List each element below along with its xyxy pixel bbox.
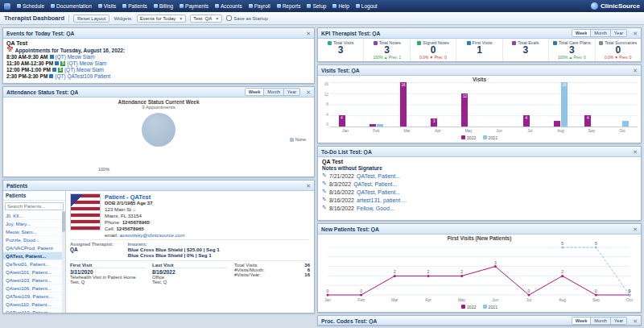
- bar[interactable]: 16: [400, 82, 407, 127]
- save-startup-checkbox-input[interactable]: [226, 15, 232, 21]
- menu-item[interactable]: Logout: [353, 2, 381, 10]
- event-row: 2:30 PM-3:30 PM (QT) QATest109 Patient: [6, 73, 311, 79]
- bar[interactable]: 3: [431, 118, 437, 127]
- tab-month[interactable]: Month: [264, 89, 284, 95]
- visits-panel-header[interactable]: Visits Test: QA ✕: [318, 65, 641, 76]
- menu-item[interactable]: Help: [329, 2, 352, 10]
- scrollbar-thumb[interactable]: [62, 211, 65, 232]
- pie-chart[interactable]: [142, 113, 175, 147]
- patient-list-item[interactable]: QAtest103, Patient...: [3, 276, 65, 284]
- close-icon[interactable]: ✕: [633, 68, 638, 73]
- todo-item-link[interactable]: QATest, Patient...: [353, 181, 397, 187]
- bar[interactable]: 4: [523, 115, 530, 127]
- event-type-icon: [55, 61, 59, 65]
- menu-item[interactable]: Documentation: [47, 2, 95, 10]
- save-startup-checkbox[interactable]: Save as Startup: [226, 15, 268, 21]
- pencil-icon[interactable]: ✎: [322, 181, 327, 187]
- menu-item[interactable]: Payments: [176, 2, 212, 10]
- close-icon[interactable]: ✕: [633, 149, 638, 155]
- kpi-panel-header[interactable]: KPI Therapist Test: QA Week Month Year ✕: [318, 28, 641, 39]
- pencil-icon[interactable]: ✎: [322, 205, 327, 211]
- proc-codes-panel-header[interactable]: Proc. Codes Test: QA Week Month Year ✕: [318, 316, 641, 326]
- patient-list-item[interactable]: QAtest110, Patient...: [3, 301, 65, 309]
- menu-item[interactable]: Patients: [119, 2, 151, 10]
- patient-list-item[interactable]: QAtest101, Patient...: [3, 268, 65, 276]
- tab-year[interactable]: Year: [284, 89, 299, 95]
- patient-list-item[interactable]: QA/VACProd, Patient: [3, 244, 65, 252]
- menu-item[interactable]: Setup: [303, 2, 329, 10]
- close-icon[interactable]: ✕: [306, 183, 311, 189]
- tab-year[interactable]: Year: [611, 318, 626, 324]
- close-icon[interactable]: ✕: [633, 31, 638, 36]
- pencil-icon[interactable]: ✎: [322, 172, 327, 179]
- patient-list-item[interactable]: Puzzle, Dood...: [3, 236, 65, 244]
- therapist-dropdown[interactable]: Test: QA▼: [190, 15, 222, 23]
- patient-list-item[interactable]: QaTest01, Patient...: [3, 260, 65, 268]
- new-patients-panel-header[interactable]: New Patients Test: QA ✕: [318, 224, 641, 235]
- scrollbar[interactable]: [62, 211, 65, 313]
- close-icon[interactable]: ✕: [306, 31, 311, 36]
- patient-list-item[interactable]: QATest, Patient...: [3, 252, 65, 260]
- attendance-panel-header[interactable]: Attendance Status Test: QA Week Month Ye…: [3, 87, 314, 98]
- patient-phone: Phone:1245678965: [105, 219, 184, 225]
- brand-logo-icon: [591, 2, 598, 10]
- bar[interactable]: [377, 124, 383, 127]
- bar[interactable]: [622, 121, 629, 127]
- event-patient-link[interactable]: (QT) Meow Siam: [56, 54, 95, 60]
- event-patient-link[interactable]: (QT) QATest109 Patient: [55, 73, 110, 79]
- svg-text:3: 3: [494, 260, 497, 265]
- todo-item-link[interactable]: QATest, Patient...: [357, 173, 400, 179]
- bar[interactable]: [554, 121, 560, 127]
- patient-list-item[interactable]: Meow, Siam...: [3, 228, 65, 236]
- patients-panel: Patients ✕ Patients Jll, Kll... Joy, Mar…: [2, 180, 315, 313]
- widgets-dropdown[interactable]: Events for Today▼: [137, 15, 187, 23]
- close-icon[interactable]: ✕: [306, 89, 311, 95]
- kpi-tabset: Week Month Year: [572, 29, 627, 37]
- bar[interactable]: 4: [584, 115, 591, 127]
- events-panel-header[interactable]: Events for Today Test: QA ✕: [3, 28, 314, 39]
- tab-week[interactable]: Week: [572, 318, 592, 324]
- todo-item-link[interactable]: artest131, patient ...: [357, 197, 407, 203]
- event-patient-link[interactable]: (QT) Meow Siam: [64, 67, 104, 73]
- menu-item[interactable]: Accounts: [212, 2, 246, 10]
- tab-week[interactable]: Week: [246, 89, 265, 95]
- bar[interactable]: 16: [561, 82, 568, 127]
- tab-year[interactable]: Year: [611, 30, 626, 36]
- tab-week[interactable]: Week: [572, 30, 592, 36]
- stat-icon: [374, 41, 378, 45]
- patient-list-item[interactable]: Joy, Mary...: [3, 220, 65, 228]
- patient-list-item[interactable]: Jll, Kll...: [3, 212, 65, 220]
- bar[interactable]: [369, 124, 376, 127]
- menu-item[interactable]: Billing: [151, 2, 176, 10]
- svg-text:Oct: Oct: [626, 297, 633, 302]
- patient-list-item[interactable]: QATest109, Patient...: [3, 293, 65, 301]
- todo-panel-header[interactable]: To-Do List Test: QA ✕: [318, 147, 641, 157]
- patient-list-item[interactable]: QAtest106, Patient...: [3, 284, 65, 293]
- bar[interactable]: 4: [339, 115, 345, 127]
- tab-month[interactable]: Month: [591, 30, 611, 36]
- todo-item-link[interactable]: QATest, Patient...: [357, 189, 400, 195]
- stat-label: Signed Notes: [423, 40, 448, 45]
- email-link[interactable]: aosovitsky@clinicsource.com: [120, 232, 185, 238]
- menu-item[interactable]: Payroll: [246, 2, 274, 10]
- menu-item[interactable]: Reports: [274, 2, 304, 10]
- patients-panel-header[interactable]: Patients ✕: [3, 181, 314, 191]
- insurers-block: Insurers: Blue Cross Blue Shield | $25.0…: [128, 242, 220, 258]
- patient-list-item[interactable]: QATest110, Patient...: [3, 309, 65, 313]
- close-icon[interactable]: ✕: [633, 318, 638, 324]
- patient-name-link[interactable]: Patient - QATest: [105, 193, 184, 201]
- menu-item[interactable]: Schedule: [14, 2, 47, 10]
- close-icon[interactable]: ✕: [633, 226, 638, 232]
- bar[interactable]: 12: [461, 93, 468, 127]
- plot-wrap: 4163124164 JanFebMarAprMayJunJulAugSepOc…: [330, 82, 638, 134]
- search-input[interactable]: [5, 202, 64, 210]
- pencil-icon[interactable]: ✎: [322, 197, 327, 203]
- assigned-therapist-block: Assigned Therapist: QA: [70, 242, 114, 258]
- tab-month[interactable]: Month: [591, 318, 611, 324]
- todo-item-link[interactable]: Fellow, Good...: [357, 206, 394, 211]
- menu-item[interactable]: Visits: [95, 2, 119, 10]
- pencil-icon[interactable]: ✎: [322, 189, 327, 195]
- events-group-name: QA Test: [6, 40, 311, 46]
- reset-layout-button[interactable]: Reset Layout: [73, 15, 109, 23]
- event-patient-link[interactable]: (QT) Meow Siam: [67, 60, 106, 66]
